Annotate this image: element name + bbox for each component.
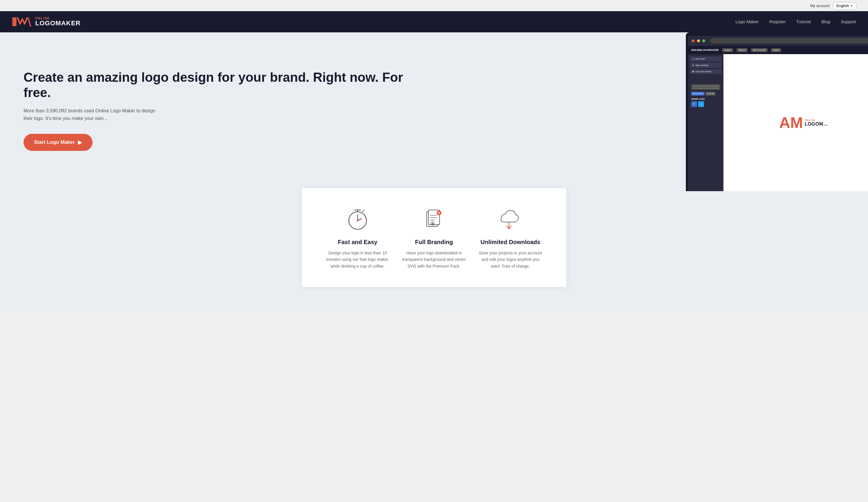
screen-facebook-btn[interactable]: f: [691, 101, 697, 107]
screen-logo-m-letter: AM: [779, 115, 803, 130]
laptop-screen: ONLINELOGOMAKER UNDO REDO BG COLOR GRID …: [688, 36, 868, 191]
screen-url-bar: [710, 38, 868, 43]
screen-share-label: SHARE LOGO: [691, 98, 721, 100]
branding-icon: [421, 206, 447, 232]
nav-logo-maker[interactable]: Logo Maker: [735, 19, 759, 24]
screen-sidebar-text-label: ADD TEXT: [695, 58, 705, 60]
feature-full-branding-desc: Have your logo downloaded in transparent…: [402, 250, 466, 269]
screen-sidebar-upload-label: UPLOAD IMAGE: [696, 71, 711, 73]
logo-icon: [12, 16, 32, 28]
screen-logo-text-block: ONLINE LOGOM...: [805, 119, 828, 127]
svg-point-8: [357, 220, 359, 221]
language-selector[interactable]: English ▼: [833, 2, 856, 9]
svg-point-20: [432, 223, 433, 224]
hero-image: ONLINELOGOMAKER UNDO REDO BG COLOR GRID …: [434, 32, 868, 197]
navbar: ONLINE LOGOMAKER Logo Maker Register Tut…: [0, 11, 868, 32]
screen-sidebar-symbol-label: ADD SYMBOL: [695, 64, 709, 67]
screen-grid-btn[interactable]: GRID: [771, 48, 781, 52]
hero-subtitle: More than 3,590,092 brands used Online L…: [23, 107, 165, 122]
screen-logo-preview: AM ONLINE LOGOM...: [779, 115, 828, 130]
svg-line-2: [28, 18, 31, 26]
nav-links: Logo Maker Register Tutorial Blog Suppor…: [735, 19, 856, 24]
screen-bg-color-btn[interactable]: BG COLOR: [751, 48, 767, 52]
site-logo[interactable]: ONLINE LOGOMAKER: [12, 16, 81, 28]
screen-undo-btn[interactable]: UNDO: [722, 48, 733, 52]
feature-unlimited-downloads-title: Unlimited Downloads: [480, 239, 540, 245]
screen-logo-name: LOGOM...: [805, 121, 828, 127]
hero-content: Create an amazing logo design for your b…: [0, 32, 434, 197]
screen-sidebar-text-icon: H: [692, 58, 694, 60]
screen-sidebar-upload-icon: 🖼: [692, 71, 694, 73]
arrow-circle-icon: ▶: [78, 139, 82, 145]
screen-main-canvas: AM ONLINE LOGOM...: [723, 54, 868, 191]
logo-text-area: ONLINE LOGOMAKER: [35, 17, 81, 27]
screen-sidebar-symbol-icon: ★: [692, 64, 694, 67]
feature-fast-easy-desc: Design your logo in less than 10 minutes…: [325, 250, 390, 269]
start-btn-label: Start Logo Maker: [34, 139, 75, 145]
hero-section: Create an amazing logo design for your b…: [0, 32, 868, 197]
screen-twitter-btn[interactable]: t: [698, 101, 704, 107]
nav-blog[interactable]: Blog: [821, 19, 830, 24]
features-section: Fast and Easy Design your logo in less t…: [302, 188, 566, 287]
feature-unlimited-downloads: Unlimited Downloads Save your projects i…: [478, 206, 543, 269]
top-bar: My account English ▼: [0, 0, 868, 11]
dot-red: [692, 39, 695, 42]
start-logo-maker-button[interactable]: Start Logo Maker ▶: [23, 134, 93, 151]
screen-redo-btn[interactable]: REDO: [737, 48, 747, 52]
nav-support[interactable]: Support: [841, 19, 856, 24]
screen-logo-label: ONLINELOGOMAKER: [691, 49, 719, 51]
screen-toolbar: [688, 36, 868, 46]
screen-sidebar-add-symbol[interactable]: ★ ADD SYMBOL: [690, 63, 722, 68]
feature-fast-easy: Fast and Easy Design your logo in less t…: [325, 206, 390, 269]
logo-name-text: LOGOMAKER: [35, 20, 81, 27]
stopwatch-icon: [344, 206, 371, 232]
language-label: English: [836, 3, 849, 8]
cloud-download-icon: [497, 206, 524, 232]
dot-yellow: [697, 39, 700, 42]
feature-full-branding: Full Branding Have your logo downloaded …: [402, 206, 466, 269]
dot-green: [702, 39, 705, 42]
screen-body: H ADD TEXT ★ ADD SYMBOL 🖼 UPLOAD IMAGE: [688, 54, 868, 191]
screen-app-navbar: ONLINELOGOMAKER UNDO REDO BG COLOR GRID: [688, 46, 868, 54]
feature-full-branding-title: Full Branding: [415, 239, 453, 245]
feature-fast-easy-title: Fast and Easy: [338, 239, 378, 245]
svg-line-9: [363, 210, 364, 212]
svg-rect-1: [12, 17, 17, 26]
nav-tutorial[interactable]: Tutorial: [796, 19, 811, 24]
chevron-down-icon: ▼: [850, 4, 853, 7]
features-wrapper: Fast and Easy Design your logo in less t…: [0, 197, 868, 313]
my-account-link[interactable]: My account: [810, 3, 829, 8]
hero-title: Create an amazing logo design for your b…: [23, 70, 416, 101]
screen-logo-online: ONLINE: [805, 119, 828, 121]
screen-sidebar-add-text[interactable]: H ADD TEXT: [690, 57, 722, 61]
laptop-mockup: ONLINELOGOMAKER UNDO REDO BG COLOR GRID …: [686, 32, 868, 191]
nav-register[interactable]: Register: [769, 19, 786, 24]
feature-unlimited-downloads-desc: Save your projects in your account and e…: [478, 250, 543, 269]
screen-sidebar: H ADD TEXT ★ ADD SYMBOL 🖼 UPLOAD IMAGE: [688, 54, 723, 191]
screen-sidebar-upload-image[interactable]: 🖼 UPLOAD IMAGE: [690, 69, 722, 74]
